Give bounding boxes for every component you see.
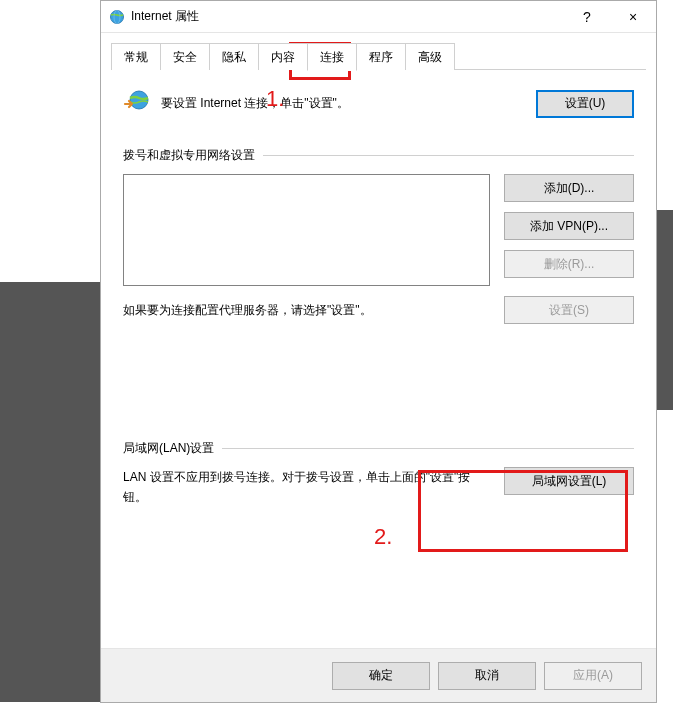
lan-text: LAN 设置不应用到拨号连接。对于拨号设置，单击上面的"设置"按钮。	[123, 467, 490, 508]
tab-general[interactable]: 常规	[111, 43, 161, 70]
tab-advanced[interactable]: 高级	[405, 43, 455, 70]
close-button[interactable]: ×	[610, 1, 656, 33]
globe-icon	[109, 9, 125, 25]
titlebar: Internet 属性 ? ×	[101, 1, 656, 33]
lan-section-header: 局域网(LAN)设置	[123, 440, 634, 457]
remove-button: 删除(R)...	[504, 250, 634, 278]
add-vpn-button[interactable]: 添加 VPN(P)...	[504, 212, 634, 240]
window-title: Internet 属性	[131, 8, 564, 25]
dial-section-label: 拨号和虚拟专用网络设置	[123, 147, 255, 164]
tab-privacy[interactable]: 隐私	[209, 43, 259, 70]
tab-content[interactable]: 内容	[258, 43, 308, 70]
lan-settings-button[interactable]: 局域网设置(L)	[504, 467, 634, 495]
help-button[interactable]: ?	[564, 1, 610, 33]
ok-button[interactable]: 确定	[332, 662, 430, 690]
dialog-footer: 确定 取消 应用(A)	[101, 648, 656, 702]
tab-connections[interactable]: 连接	[307, 43, 357, 71]
svg-point-0	[111, 10, 124, 23]
dial-section-header: 拨号和虚拟专用网络设置	[123, 147, 634, 164]
connections-listbox[interactable]	[123, 174, 490, 286]
setup-button[interactable]: 设置(U)	[536, 90, 634, 118]
setup-text: 要设置 Internet 连接，单击"设置"。	[161, 95, 536, 112]
apply-button: 应用(A)	[544, 662, 642, 690]
setup-globe-icon	[123, 88, 151, 119]
internet-properties-dialog: Internet 属性 ? × 常规 安全 隐私 内容 连接 程序 高级 要设置…	[100, 0, 657, 703]
add-button[interactable]: 添加(D)...	[504, 174, 634, 202]
tab-programs[interactable]: 程序	[356, 43, 406, 70]
tab-security[interactable]: 安全	[160, 43, 210, 70]
lan-section-label: 局域网(LAN)设置	[123, 440, 214, 457]
cancel-button[interactable]: 取消	[438, 662, 536, 690]
tabstrip: 常规 安全 隐私 内容 连接 程序 高级	[101, 33, 656, 70]
proxy-text: 如果要为连接配置代理服务器，请选择"设置"。	[123, 302, 490, 319]
dial-settings-button: 设置(S)	[504, 296, 634, 324]
tab-content-area: 要设置 Internet 连接，单击"设置"。 设置(U) 拨号和虚拟专用网络设…	[101, 70, 656, 518]
